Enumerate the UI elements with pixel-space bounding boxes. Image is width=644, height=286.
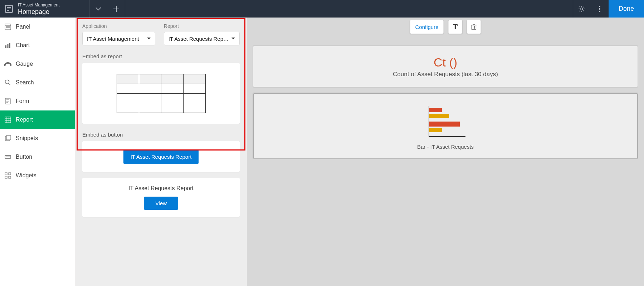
sidebar-item-label: Button [16,154,32,160]
page-title-stack[interactable]: IT Asset Management Homepage [18,2,89,16]
application-select[interactable]: IT Asset Management [82,32,155,45]
view-button-label: View [155,200,167,206]
count-widget-value: Ct () [434,55,457,69]
config-panel: Application IT Asset Management Report I… [75,18,247,286]
svg-rect-36 [472,25,476,30]
configure-button[interactable]: Configure [410,20,444,34]
sidebar-item-chart[interactable]: Chart [0,36,75,55]
done-button[interactable]: Done [609,0,644,18]
page-switcher-caret[interactable] [89,0,107,18]
svg-rect-14 [5,45,6,48]
embed-report-label: Embed as report [82,53,240,59]
embed-button-primary[interactable]: IT Asset Requests Report [123,149,199,164]
sidebar: Panel Chart Gauge Search Form [0,18,75,286]
configure-label: Configure [415,24,438,30]
sidebar-item-label: Gauge [16,61,33,67]
caret-down-icon [231,38,235,40]
svg-rect-34 [5,176,7,178]
count-widget[interactable]: Ct () Count of Asset Requests (last 30 d… [253,45,638,88]
caret-down-icon [147,38,151,40]
topbar: IT Asset Management Homepage Done [0,0,644,18]
text-tool-button[interactable]: T [448,20,463,34]
svg-rect-46 [429,128,442,132]
settings-button[interactable] [573,0,591,18]
text-tool-label: T [453,23,458,31]
sidebar-item-snippets[interactable]: Snippets [0,129,75,148]
embed-card-title: IT Asset Requests Report [128,185,194,192]
svg-rect-45 [429,122,460,127]
svg-rect-10 [5,24,11,30]
done-label: Done [619,5,634,13]
embed-as-report-card[interactable] [82,63,240,124]
app-name: IT Asset Management [18,2,86,8]
report-label: Report [164,23,240,29]
bar-chart-widget[interactable]: Bar - IT Asset Requests [253,93,638,159]
sidebar-item-gauge[interactable]: Gauge [0,55,75,73]
svg-rect-23 [5,117,11,123]
svg-rect-32 [5,173,7,175]
svg-rect-35 [9,176,11,178]
gear-icon [578,5,585,13]
svg-point-6 [581,8,583,10]
panel-icon [4,23,12,31]
bar-chart-thumbnail [424,102,467,142]
svg-rect-31 [6,157,10,157]
page-name: Homepage [18,8,86,16]
widgets-icon [4,171,12,180]
svg-rect-29 [6,135,11,140]
chart-icon [4,41,12,50]
search-icon [4,78,12,87]
bar-chart-caption: Bar - IT Asset Requests [417,144,474,150]
report-table-thumbnail [117,74,206,113]
view-button[interactable]: View [144,197,178,210]
sidebar-item-label: Widgets [16,172,36,179]
canvas-toolbar: Configure T [410,20,481,34]
sidebar-item-report[interactable]: Report [0,110,75,129]
svg-rect-15 [8,44,9,48]
snippets-icon [4,134,12,143]
application-label: Application [82,23,155,29]
embed-as-button-card-1[interactable]: IT Asset Requests Report [82,141,240,172]
report-select[interactable]: IT Asset Requests Rep… [164,32,240,45]
sidebar-item-label: Chart [16,42,30,49]
report-icon [4,115,12,124]
svg-rect-33 [9,173,11,175]
sidebar-item-label: Panel [16,24,30,30]
svg-point-9 [599,11,600,12]
svg-point-7 [599,6,600,7]
sidebar-item-search[interactable]: Search [0,73,75,92]
embed-button-primary-label: IT Asset Requests Report [131,154,192,160]
report-select-value: IT Asset Requests Rep… [169,36,229,42]
canvas[interactable]: Configure T Ct () Count of Asset Request… [247,18,644,286]
sidebar-item-label: Search [16,79,34,86]
form-icon [4,97,12,105]
svg-rect-44 [429,114,449,118]
add-page-button[interactable] [107,0,125,18]
sidebar-item-label: Report [16,117,33,123]
sidebar-item-widgets[interactable]: Widgets [0,166,75,185]
delete-widget-button[interactable] [467,20,481,34]
svg-rect-43 [429,108,442,112]
more-menu-button[interactable] [591,0,609,18]
button-icon [4,153,12,161]
app-logo-icon[interactable] [0,0,18,18]
application-select-value: IT Asset Management [87,36,139,42]
gauge-icon [4,60,12,68]
sidebar-item-button[interactable]: Button [0,148,75,166]
svg-line-18 [9,83,10,85]
sidebar-item-form[interactable]: Form [0,92,75,110]
svg-point-17 [5,80,9,84]
count-widget-subtitle: Count of Asset Requests (last 30 days) [393,71,498,78]
sidebar-item-label: Snippets [16,135,38,142]
kebab-icon [599,6,600,12]
svg-rect-16 [9,43,10,48]
sidebar-item-panel[interactable]: Panel [0,18,75,36]
sidebar-item-label: Form [16,98,29,104]
svg-point-8 [599,8,600,10]
embed-button-label: Embed as button [82,132,240,138]
embed-as-button-card-2[interactable]: IT Asset Requests Report View [82,178,240,217]
trash-icon [471,24,477,30]
